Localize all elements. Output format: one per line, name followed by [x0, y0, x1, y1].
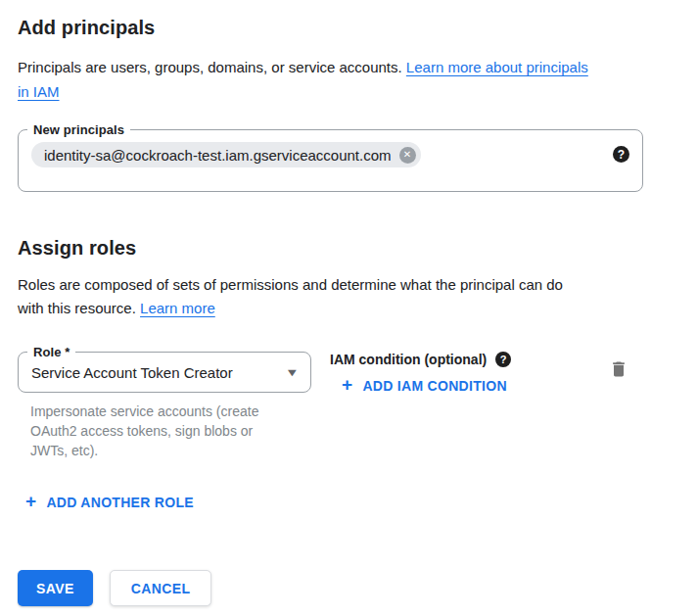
role-description-line2: OAuth2 access tokens, sign blobs or [30, 423, 253, 439]
intro-text: Principals are users, groups, domains, o… [18, 59, 402, 75]
assign-roles-title: Assign roles [18, 237, 680, 260]
learn-more-roles-link[interactable]: Learn more [140, 300, 215, 316]
assign-roles-desc-line1: Roles are composed of sets of permission… [18, 276, 563, 293]
role-column: Role * Service Account Token Creator ▼ I… [18, 352, 311, 460]
add-another-role-button[interactable]: + ADD ANOTHER ROLE [25, 494, 194, 510]
add-another-role-label: ADD ANOTHER ROLE [46, 495, 194, 510]
learn-more-principals-link-line1: Learn more about principals [406, 59, 588, 75]
principal-chip[interactable]: identity-sa@cockroach-test.iam.gservicea… [31, 142, 421, 167]
new-principals-field[interactable]: New principals identity-sa@cockroach-tes… [18, 129, 643, 192]
add-principals-panel: Add principals Principals are users, gro… [0, 0, 698, 616]
new-principals-label: New principals [27, 121, 130, 138]
plus-icon: + [342, 375, 352, 394]
iam-condition-label-row: IAM condition (optional) ? [330, 352, 511, 367]
learn-more-principals-link-line2: in IAM [18, 83, 60, 100]
role-description-line3: JWTs, etc). [30, 443, 98, 458]
role-description: Impersonate service accounts (createOAut… [30, 402, 311, 460]
help-icon[interactable]: ? [613, 146, 629, 163]
assign-roles-description: Roles are composed of sets of permission… [18, 273, 680, 320]
iam-condition-column: IAM condition (optional) ? + ADD IAM CON… [330, 352, 511, 395]
cancel-button[interactable]: CANCEL [110, 570, 212, 606]
role-row: Role * Service Account Token Creator ▼ I… [18, 352, 680, 460]
add-iam-condition-button[interactable]: + ADD IAM CONDITION [342, 377, 507, 394]
iam-condition-label: IAM condition (optional) [330, 352, 487, 367]
help-icon[interactable]: ? [495, 352, 511, 367]
add-iam-condition-label: ADD IAM CONDITION [362, 378, 506, 394]
principal-chip-text: identity-sa@cockroach-test.iam.gservicea… [44, 147, 392, 164]
role-select[interactable]: Role * Service Account Token Creator ▼ [18, 352, 311, 393]
delete-role-button[interactable] [609, 359, 628, 379]
save-button[interactable]: SAVE [18, 570, 93, 606]
action-buttons: SAVE CANCEL [18, 570, 680, 606]
role-label: Role * [27, 344, 75, 360]
role-description-line1: Impersonate service accounts (create [30, 403, 258, 419]
trash-icon [609, 359, 628, 379]
chevron-down-icon: ▼ [285, 366, 300, 378]
assign-roles-desc-line2: with this resource. [18, 300, 136, 316]
remove-chip-icon[interactable]: ✕ [399, 147, 416, 164]
role-selected-value: Service Account Token Creator [31, 364, 233, 381]
intro-paragraph: Principals are users, groups, domains, o… [18, 55, 664, 104]
plus-icon: + [25, 492, 36, 510]
page-title: Add principals [18, 17, 680, 39]
